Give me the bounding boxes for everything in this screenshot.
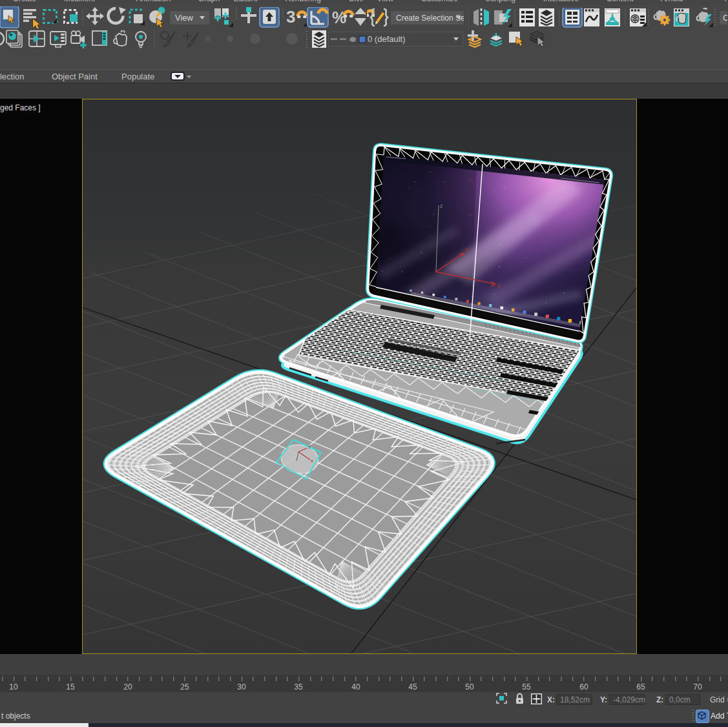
svg-text:3: 3 <box>286 7 295 26</box>
svg-text:x: x <box>497 282 501 289</box>
svg-text:z: z <box>440 203 443 209</box>
svg-text:y: y <box>308 443 311 449</box>
svg-text:x: x <box>311 458 313 464</box>
svg-text:y: y <box>465 246 468 253</box>
